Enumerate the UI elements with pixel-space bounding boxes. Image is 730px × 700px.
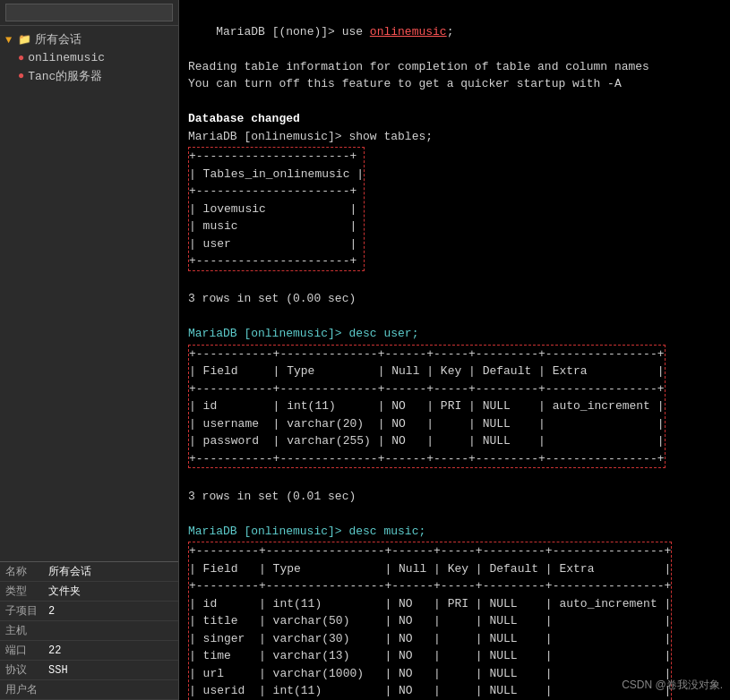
mt-border-top: +---------+-----------------+------+----… — [189, 542, 671, 560]
name-label: 名称 — [0, 562, 43, 582]
info-table: 名称 所有会话 类型 文件夹 子项目 2 主机 端口 22 协议 SSH — [0, 562, 178, 700]
mt-sep: +---------+-----------------+------+----… — [189, 577, 671, 595]
info-row-username: 用户名 — [0, 680, 178, 700]
prompt-none: MariaDB [(none)]> use — [216, 25, 370, 38]
tree-label-onlinemusic: onlinemusic — [28, 51, 105, 64]
mt-row-url: | url | varchar(1000) | NO | | NULL | | — [189, 665, 671, 683]
tables-border-bottom: +----------------------+ — [189, 252, 364, 270]
user-table-box: +-----------+--------------+------+-----… — [188, 345, 666, 469]
protocol-label: 协议 — [0, 661, 43, 680]
blank3 — [188, 308, 721, 326]
mt-row-time: | time | varchar(13) | NO | | NULL | | — [189, 647, 671, 665]
tables-sep: +----------------------+ — [189, 183, 364, 201]
info-panel: 名称 所有会话 类型 文件夹 子项目 2 主机 端口 22 协议 SSH — [0, 561, 178, 700]
mt-row-title: | title | varchar(50) | NO | | NULL | | — [189, 612, 671, 630]
terminal-db-changed: Database changed — [188, 110, 721, 128]
username-value — [43, 680, 178, 700]
type-label: 类型 — [0, 582, 43, 602]
music-table-box: +---------+-----------------+------+----… — [188, 542, 672, 700]
terminal-show-tables: MariaDB [onlinemusic]> show tables; — [188, 128, 721, 146]
tables-row-music: | music | — [189, 218, 364, 235]
ut-row-password: | password | varchar(255) | NO | | NULL … — [189, 432, 665, 450]
desc-user-cmd: MariaDB [onlinemusic]> desc user; — [188, 325, 721, 343]
info-row-port: 端口 22 — [0, 641, 178, 661]
info-row-protocol: 协议 SSH — [0, 661, 178, 680]
ut-border-bottom: +-----------+--------------+------+-----… — [189, 450, 665, 468]
tree-item-tanc[interactable]: ● Tanc的服务器 — [0, 66, 178, 86]
terminal-line-2: Reading table information for completion… — [188, 58, 721, 76]
tables-row-lovemusic: | lovemusic | — [189, 201, 364, 218]
name-value: 所有会话 — [43, 562, 178, 582]
tables-border-top: +----------------------+ — [189, 148, 364, 166]
db-icon-2: ● — [18, 70, 24, 82]
terminal-line-3: You can turn off this feature to get a q… — [188, 75, 721, 93]
host-value — [43, 621, 178, 641]
protocol-value: SSH — [43, 661, 178, 680]
sidebar-search[interactable] — [0, 0, 178, 26]
tree-item-onlinemusic[interactable]: ● onlinemusic — [0, 49, 178, 66]
rows-set-2: 3 rows in set (0.01 sec) — [188, 488, 721, 506]
ut-row-id: | id | int(11) | NO | PRI | NULL | auto_… — [189, 397, 665, 415]
info-row-host: 主机 — [0, 621, 178, 641]
info-row-name: 名称 所有会话 — [0, 562, 178, 582]
port-label: 端口 — [0, 641, 43, 661]
blank5 — [188, 505, 721, 523]
ut-row-username: | username | varchar(20) | NO | | NULL |… — [189, 415, 665, 433]
ut-header: | Field | Type | Null | Key | Default | … — [189, 363, 665, 380]
ut-sep: +-----------+--------------+------+-----… — [189, 380, 665, 398]
show-tables-box: +----------------------+ | Tables_in_onl… — [188, 147, 365, 271]
host-label: 主机 — [0, 621, 43, 641]
children-label: 子项目 — [0, 602, 43, 621]
desc-music-cmd: MariaDB [onlinemusic]> desc music; — [188, 523, 721, 541]
mt-header: | Field | Type | Null | Key | Default | … — [189, 560, 671, 578]
type-value: 文件夹 — [43, 582, 178, 602]
mt-row-singer: | singer | varchar(30) | NO | | NULL | | — [189, 630, 671, 648]
tree-item-root[interactable]: ▼ 📁 所有会话 — [0, 30, 178, 49]
info-row-children: 子项目 2 — [0, 602, 178, 621]
sidebar: ▼ 📁 所有会话 ● onlinemusic ● Tanc的服务器 名称 所有会… — [0, 0, 179, 700]
semicolon: ; — [447, 25, 454, 38]
watermark: CSDN @卷我没对象. — [622, 678, 723, 693]
ut-border-top: +-----------+--------------+------+-----… — [189, 346, 665, 363]
rows-set-1: 3 rows in set (0.00 sec) — [188, 290, 721, 308]
folder-icon: ▼ 📁 — [5, 33, 31, 47]
tree-root-label: 所有会话 — [35, 31, 82, 47]
terminal-line-blank1 — [188, 93, 721, 111]
tree-label-tanc: Tanc的服务器 — [28, 68, 102, 84]
blank4 — [188, 470, 721, 488]
port-value: 22 — [43, 641, 178, 661]
info-row-type: 类型 文件夹 — [0, 582, 178, 602]
tables-header: | Tables_in_onlinemusic | — [189, 166, 364, 184]
children-value: 2 — [43, 602, 178, 621]
tables-row-user: | user | — [189, 235, 364, 253]
terminal[interactable]: MariaDB [(none)]> use onlinemusic; Readi… — [179, 0, 730, 700]
search-input[interactable] — [5, 4, 173, 21]
blank2 — [188, 273, 721, 291]
db-icon-1: ● — [18, 52, 24, 64]
db-name-highlight: onlinemusic — [370, 25, 447, 38]
mt-row-id: | id | int(11) | NO | PRI | NULL | auto_… — [189, 595, 671, 613]
sidebar-tree: ▼ 📁 所有会话 ● onlinemusic ● Tanc的服务器 — [0, 26, 178, 561]
mt-row-userid: | userid | int(11) | NO | | NULL | | — [189, 682, 671, 700]
terminal-line-use: MariaDB [(none)]> use onlinemusic; — [188, 5, 721, 58]
username-label: 用户名 — [0, 680, 43, 700]
